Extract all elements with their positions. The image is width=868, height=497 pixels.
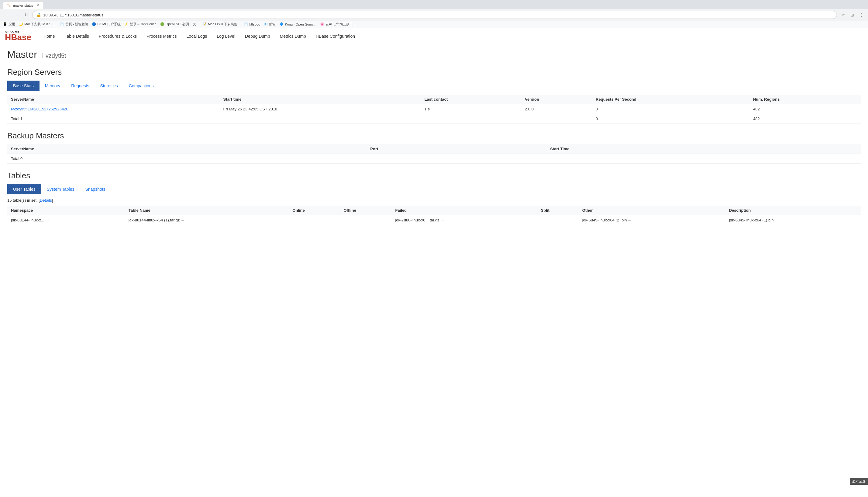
bookmark-mail[interactable]: 📧 邮箱 <box>264 22 276 27</box>
ellipsis-icon[interactable]: ··· <box>440 218 444 222</box>
lock-icon: 🔒 <box>36 13 41 17</box>
backup-masters-title: Backup Masters <box>7 131 861 141</box>
tables-col-table-name: Table Name <box>125 205 289 215</box>
bookmark-label: 云API_华为云接口... <box>325 22 356 27</box>
col-version: Version <box>521 95 592 104</box>
menu-icon[interactable]: ⋮ <box>858 11 865 18</box>
tab-system-tables[interactable]: System Tables <box>41 184 80 194</box>
bookmark-kong[interactable]: 🔷 Kong - Open-Sourc... <box>279 22 317 26</box>
total-start-time <box>220 114 421 124</box>
bookmark-apps[interactable]: 📱 应用 <box>3 22 15 27</box>
bookmark-huaweicloud[interactable]: 🌸 云API_华为云接口... <box>320 22 356 27</box>
total-label: Total:1 <box>7 114 220 124</box>
tab-memory[interactable]: Memory <box>40 81 66 91</box>
bookmark-icon: 🌸 <box>320 22 324 26</box>
tab-base-stats[interactable]: Base Stats <box>7 81 40 91</box>
bookmark-come[interactable]: 🔵 COME门户系统 <box>92 22 121 27</box>
server-name-link[interactable]: i-vzdytl5t,16020,1527262925420 <box>11 107 68 111</box>
tables-col-description: Description <box>725 205 861 215</box>
bookmark-macos[interactable]: 📝 Mac OS X 下安装便... <box>202 22 240 27</box>
nav-table-details[interactable]: Table Details <box>60 29 94 43</box>
backup-total-port <box>367 154 546 164</box>
bookmark-icon: 🔵 <box>92 22 96 26</box>
bookmark-opentsdb[interactable]: 🟢 OpenTSDB首页、文... <box>160 22 199 27</box>
tables-bracket-close: ] <box>52 198 53 202</box>
cell-server-name: i-vzdytl5t,16020,1527262925420 <box>7 104 220 114</box>
bookmark-mac-go[interactable]: 🌙 Mac下安装Go & Su... <box>19 22 56 27</box>
tables-col-split: Split <box>537 205 579 215</box>
bookmark-icon: 🟢 <box>160 22 164 26</box>
bookmark-icon: ⚡ <box>124 22 129 26</box>
tables-details-link[interactable]: Details <box>40 198 52 202</box>
tables-col-failed: Failed <box>392 205 537 215</box>
cell-table-name: jdk-8u144-linux-x64 (1).tar.gz ··· <box>125 215 289 225</box>
tab-storefiles[interactable]: Storefiles <box>94 81 123 91</box>
bookmark-k8sdoc[interactable]: 📄 k8sdoc <box>244 22 260 26</box>
table-name-text: jdk-8u144-linux-x64 (1).tar.gz <box>129 218 180 222</box>
description-text: jdk-6u45-linux-x64 (1).bin <box>729 218 774 222</box>
ellipsis-icon[interactable]: ··· <box>628 218 631 222</box>
bookmark-icon: 📝 <box>202 22 207 26</box>
reload-button[interactable]: ↻ <box>23 11 30 18</box>
col-num-regions: Num. Regions <box>749 95 861 104</box>
nav-debug-dump[interactable]: Debug Dump <box>240 29 275 43</box>
col-requests-per-second: Requests Per Second <box>592 95 749 104</box>
back-button[interactable]: ← <box>3 11 10 18</box>
browser-chrome: 🦴 master-status ✕ ← → ↻ 🔒 10.39.43.117:1… <box>0 0 868 28</box>
bookmark-icon: 🔷 <box>279 22 283 26</box>
tables-col-online: Online <box>289 205 340 215</box>
forward-button[interactable]: → <box>13 11 20 18</box>
nav-process-metrics[interactable]: Process Metrics <box>142 29 182 43</box>
total-version <box>521 114 592 124</box>
nav-procedures-locks[interactable]: Procedures & Locks <box>94 29 142 43</box>
page-subtitle: i-vzdytl5t <box>42 52 66 59</box>
bookmark-neuroai[interactable]: 📄 首页 - 新智超脑 <box>60 22 88 27</box>
tables-info: 15 table(s) in set. [Details] <box>7 198 861 202</box>
cell-split <box>537 215 579 225</box>
tab-snapshots[interactable]: Snapshots <box>79 184 111 194</box>
tab-favicon: 🦴 <box>7 3 11 7</box>
ellipsis-icon[interactable]: ··· <box>45 218 49 222</box>
tab-compactions[interactable]: Compactions <box>123 81 159 91</box>
col-start-time: Start time <box>220 95 421 104</box>
region-servers-tabs: Base Stats Memory Requests Storefiles Co… <box>7 81 861 91</box>
bookmark-icon: 📄 <box>60 22 64 26</box>
bookmark-label: 应用 <box>9 22 15 27</box>
extension-icon[interactable]: ⊞ <box>849 11 856 18</box>
active-tab[interactable]: 🦴 master-status ✕ <box>3 1 43 10</box>
bookmark-label: 首页 - 新智超脑 <box>65 22 88 27</box>
table-row: jdk-8u144-linux-x... ··· jdk-8u144-linux… <box>7 215 861 225</box>
apps-icon: 📱 <box>3 22 7 26</box>
nav-hbase-configuration[interactable]: HBase Configuration <box>311 29 360 43</box>
tables-col-namespace: Namespace <box>7 205 125 215</box>
cell-description: jdk-6u45-linux-x64 (1).bin <box>725 215 861 225</box>
region-servers-total-row: Total:1 0 482 <box>7 114 861 124</box>
ellipsis-icon[interactable]: ··· <box>181 218 184 222</box>
tab-user-tables[interactable]: User Tables <box>7 184 41 194</box>
tab-close-icon[interactable]: ✕ <box>36 3 39 7</box>
total-last-contact <box>421 114 521 124</box>
nav-home[interactable]: Home <box>39 29 60 43</box>
star-icon[interactable]: ☆ <box>839 11 847 18</box>
nav-local-logs[interactable]: Local Logs <box>182 29 212 43</box>
tables-tabs: User Tables System Tables Snapshots <box>7 184 861 194</box>
backup-col-start-time: Start Time <box>546 144 861 154</box>
hbase-navigation: APACHE HBase Home Table Details Procedur… <box>0 28 868 44</box>
namespace-text: jdk-8u144-linux-x... <box>11 218 44 222</box>
backup-col-port: Port <box>367 144 546 154</box>
nav-links: Home Table Details Procedures & Locks Pr… <box>39 29 360 43</box>
cell-offline <box>340 215 392 225</box>
bookmark-label: 邮箱 <box>269 22 276 27</box>
bookmark-label: 登录 - Confluence <box>130 22 156 27</box>
bookmark-icon: 🌙 <box>19 22 23 26</box>
nav-metrics-dump[interactable]: Metrics Dump <box>275 29 311 43</box>
nav-log-level[interactable]: Log Level <box>212 29 240 43</box>
col-last-contact: Last contact <box>421 95 521 104</box>
table-row: i-vzdytl5t,16020,1527262925420 Fri May 2… <box>7 104 861 114</box>
backup-col-server-name: ServerName <box>7 144 367 154</box>
backup-total-label: Total:0 <box>7 154 367 164</box>
address-bar[interactable]: 🔒 10.39.43.117:16010/master-status <box>32 11 837 19</box>
tables-count-text: 15 table(s) in set. [ <box>7 198 40 202</box>
tab-requests[interactable]: Requests <box>65 81 94 91</box>
bookmark-confluence[interactable]: ⚡ 登录 - Confluence <box>124 22 156 27</box>
